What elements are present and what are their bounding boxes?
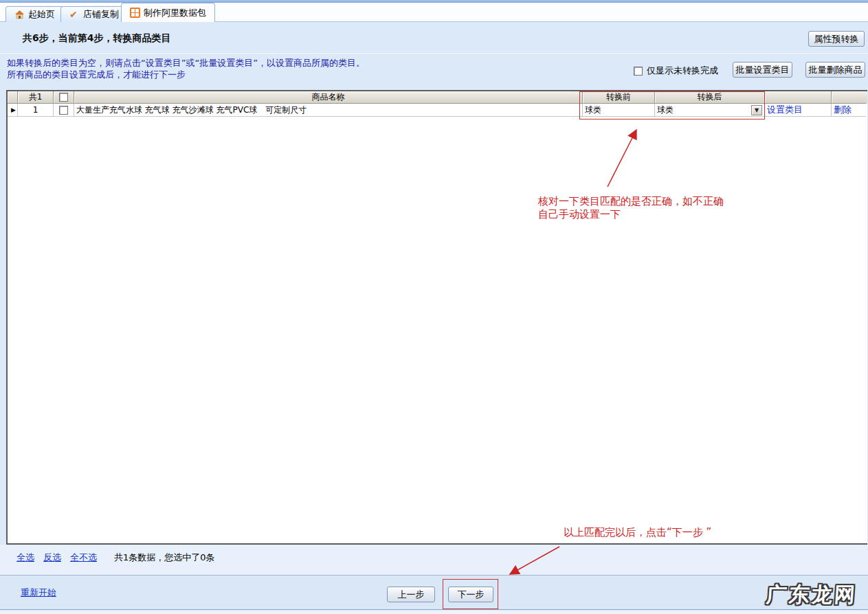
show-unconverted-checkbox[interactable] — [634, 67, 643, 76]
category-after-cell: 球类 ▼ — [655, 104, 765, 117]
selection-summary: 共1条数据，您选中了0条 — [114, 552, 215, 564]
delete-link[interactable]: 删除 — [834, 104, 852, 116]
set-category-cell: 设置类目 — [765, 104, 832, 117]
info-line-1: 如果转换后的类目为空，则请点击“设置类目”或“批量设置类目”，以设置商品所属的类… — [7, 57, 365, 69]
current-row-arrow-icon: ▶ — [11, 107, 16, 113]
annotation-note-category-line1: 核对一下类目匹配的是否正确，如不正确 — [538, 195, 724, 208]
annotation-note-category: 核对一下类目匹配的是否正确，如不正确 自己手动设置一下 — [538, 195, 724, 221]
home-icon — [14, 10, 25, 20]
info-text: 如果转换后的类目为空，则请点击“设置类目”或“批量设置类目”，以设置商品所属的类… — [7, 57, 365, 80]
chevron-down-icon[interactable]: ▼ — [751, 105, 762, 115]
footer-bar: 重新开始 上一步 下一步 广东龙网 — [0, 576, 868, 610]
step-header-band: 共6步，当前第4步，转换商品类目 属性预转换 — [0, 22, 868, 54]
set-category-link[interactable]: 设置类目 — [767, 104, 803, 116]
header-indicator-cell — [8, 91, 18, 104]
delete-cell: 删除 — [832, 104, 866, 117]
tab-shop-copy[interactable]: ✔ 店铺复制 — [60, 6, 128, 22]
header-count-cell: 共1 — [18, 91, 54, 104]
select-all-checkbox[interactable] — [59, 93, 68, 102]
table-header-row: 共1 商品名称 转换前 转换后 — [8, 91, 867, 104]
annotation-note-category-line2: 自己手动设置一下 — [538, 208, 724, 221]
restart-link[interactable]: 重新开始 — [21, 587, 56, 599]
header-checkbox-cell — [54, 91, 74, 104]
next-step-button[interactable]: 下一步 — [448, 587, 493, 602]
header-set-category-cell — [765, 91, 832, 104]
tab-bar: 起始页 ✔ 店铺复制 制作阿里数据包 — [0, 3, 868, 22]
selection-bar: 全选 反选 全不选 共1条数据，您选中了0条 — [0, 545, 868, 576]
tab-make-ali-datapack[interactable]: 制作阿里数据包 — [121, 3, 215, 22]
tab-label: 制作阿里数据包 — [144, 7, 206, 19]
row-checkbox[interactable] — [59, 106, 68, 115]
product-table: 共1 商品名称 转换前 转换后 ▶ 1 大量生产充气水球 充气球 充气沙滩球 充… — [6, 90, 867, 545]
tab-start-page[interactable]: 起始页 — [5, 6, 64, 22]
product-name-cell: 大量生产充气水球 充气球 充气沙滩球 充气PVC球 可定制尺寸 — [74, 104, 583, 117]
app-window: { "tabs": [ { "label": "起始页", "icon": "h… — [0, 0, 868, 614]
step-title: 共6步，当前第4步，转换商品类目 — [23, 32, 170, 45]
category-before-cell: 球类 — [583, 104, 655, 117]
alibaba-package-icon — [130, 8, 140, 18]
attribute-preconvert-button[interactable]: 属性预转换 — [808, 31, 865, 47]
batch-delete-product-button[interactable]: 批量删除商品 — [805, 62, 865, 78]
show-unconverted-label: 仅显示未转换完成 — [647, 65, 718, 77]
tab-label: 店铺复制 — [83, 8, 119, 21]
filter-checkbox-group: 仅显示未转换完成 — [634, 65, 718, 77]
prev-step-button[interactable]: 上一步 — [387, 587, 435, 602]
row-checkbox-cell — [54, 104, 74, 117]
info-line-2: 所有商品的类目设置完成后，才能进行下一步 — [7, 69, 365, 80]
select-all-link[interactable]: 全选 — [16, 552, 34, 564]
row-index-cell: 1 — [18, 104, 54, 117]
watermark-logo: 广东龙网 — [766, 581, 858, 609]
select-none-link[interactable]: 全不选 — [70, 552, 97, 564]
header-product-name: 商品名称 — [74, 91, 583, 104]
table-row: ▶ 1 大量生产充气水球 充气球 充气沙滩球 充气PVC球 可定制尺寸 球类 球… — [8, 104, 867, 117]
header-before-convert: 转换前 — [583, 91, 655, 104]
category-after-value: 球类 — [657, 104, 674, 116]
window-bottom-strip — [0, 611, 868, 614]
annotation-note-next: 以上匹配完以后，点击“下一步 ” — [564, 526, 711, 539]
header-after-convert: 转换后 — [655, 91, 765, 104]
invert-selection-link[interactable]: 反选 — [43, 552, 61, 564]
check-icon: ✔ — [69, 10, 80, 20]
row-indicator-cell: ▶ — [8, 104, 18, 117]
header-delete-cell — [832, 91, 866, 104]
selection-links: 全选 反选 全不选 共1条数据，您选中了0条 — [16, 552, 215, 564]
info-band: 如果转换后的类目为空，则请点击“设置类目”或“批量设置类目”，以设置商品所属的类… — [0, 54, 868, 87]
category-after-combobox[interactable]: 球类 ▼ — [657, 104, 762, 116]
batch-set-category-button[interactable]: 批量设置类目 — [733, 62, 792, 78]
tab-label: 起始页 — [28, 8, 55, 21]
